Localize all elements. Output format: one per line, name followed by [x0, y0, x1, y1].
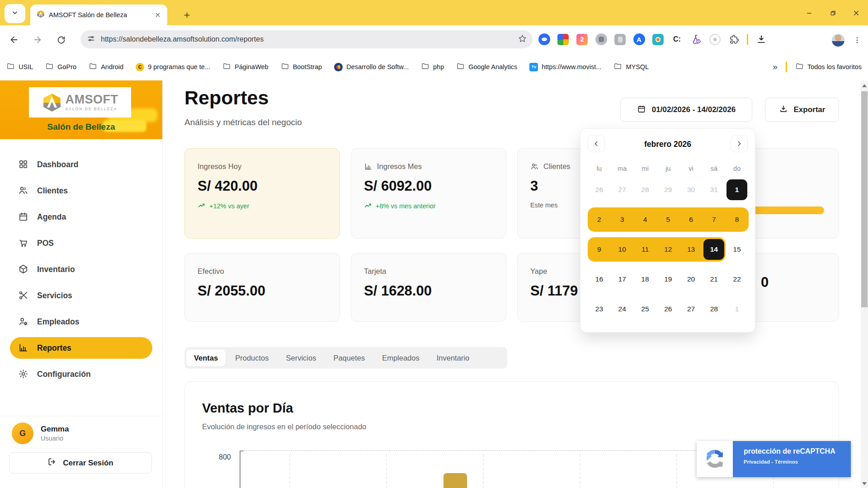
bookmark-item[interactable]: MYSQL: [613, 62, 649, 72]
profile-avatar[interactable]: [830, 32, 846, 48]
orbit-extension-icon[interactable]: [709, 33, 721, 46]
sidebar-item-agenda[interactable]: Agenda: [10, 206, 152, 228]
tab-servicios[interactable]: Servicios: [278, 350, 324, 366]
calendar-day[interactable]: 9: [588, 237, 611, 262]
bookmark-item[interactable]: USIL: [6, 62, 33, 72]
downloads-icon[interactable]: [755, 33, 767, 46]
site-settings-icon[interactable]: [87, 34, 95, 45]
color-grid-extension-icon[interactable]: [557, 33, 569, 46]
calendar-next-button[interactable]: [731, 135, 748, 152]
calendar-day[interactable]: 13: [679, 237, 703, 262]
close-button[interactable]: [846, 6, 866, 20]
calendar-day[interactable]: 14: [703, 237, 726, 262]
session-pause-extension-icon[interactable]: [595, 33, 607, 46]
new-tab-button[interactable]: [179, 7, 194, 23]
back-button[interactable]: [5, 31, 23, 48]
sidebar-item-reportes[interactable]: Reportes: [10, 337, 152, 359]
calendar-day[interactable]: 2: [588, 207, 611, 232]
calendar-day-label: 22: [733, 275, 741, 283]
calendar-day[interactable]: 5: [656, 207, 679, 232]
sidebar-item-servicios[interactable]: Servicios: [10, 285, 152, 306]
calendar-day[interactable]: 10: [611, 237, 634, 262]
calendar-day[interactable]: 30: [679, 178, 703, 202]
calendar-day[interactable]: 28: [634, 178, 657, 202]
calendar-day[interactable]: 27: [679, 297, 703, 321]
calendar-day[interactable]: 18: [634, 267, 657, 291]
forward-button[interactable]: [29, 31, 46, 48]
flask-timer-extension-icon[interactable]: [690, 33, 702, 46]
reload-button[interactable]: [52, 31, 70, 48]
page-scrollbar[interactable]: [861, 80, 868, 488]
calendar-day[interactable]: 27: [611, 178, 634, 202]
eye-blue-extension-icon[interactable]: [538, 33, 550, 46]
sidebar-item-pos[interactable]: POS: [10, 232, 152, 254]
calendar-day[interactable]: 3: [611, 207, 634, 232]
calendar-day[interactable]: 8: [726, 207, 749, 232]
photo-2-extension-icon[interactable]: 2: [576, 33, 588, 46]
calendar-day[interactable]: 6: [679, 207, 703, 232]
calendar-day[interactable]: 23: [588, 297, 611, 321]
browser-tab[interactable]: AMSOFT Salón de Belleza: [30, 5, 167, 25]
calendar-day[interactable]: 25: [634, 297, 657, 321]
sidebar-item-clientes[interactable]: Clientes: [10, 180, 152, 202]
calendar-day[interactable]: 26: [588, 178, 611, 202]
tab-search-button[interactable]: [5, 4, 25, 23]
restore-button[interactable]: [823, 6, 843, 20]
app-a-extension-icon[interactable]: A: [633, 33, 645, 46]
puzzle-extension-icon[interactable]: [728, 33, 740, 46]
bookmark-item[interactable]: C9 programas que te...: [136, 63, 210, 71]
calendar-day[interactable]: 1: [726, 178, 749, 202]
bookmark-star-icon[interactable]: [518, 34, 527, 45]
logout-button[interactable]: Cerrar Sesión: [9, 452, 152, 474]
calendar-day[interactable]: 16: [588, 267, 611, 291]
calendar-day[interactable]: 31: [703, 178, 726, 202]
calendar-day[interactable]: 1: [726, 297, 749, 321]
colorzilla-extension-icon[interactable]: C:: [671, 33, 683, 46]
touch-gray-extension-icon[interactable]: [614, 33, 626, 46]
calendar-day[interactable]: 28: [703, 297, 726, 321]
bookmark-item[interactable]: Google Analytics: [456, 62, 517, 72]
bookmark-item[interactable]: Android: [89, 62, 123, 72]
all-favorites-folder[interactable]: Todos los favoritos: [795, 62, 862, 72]
calendar-day[interactable]: 22: [726, 267, 749, 291]
sidebar-item-empleados[interactable]: Empleados: [10, 311, 152, 333]
tab-productos[interactable]: Productos: [227, 350, 276, 366]
bookmark-item[interactable]: PáginaWeb: [222, 62, 269, 72]
tab-paquetes[interactable]: Paquetes: [326, 350, 373, 366]
scroll-thumb[interactable]: [861, 91, 868, 307]
minimize-button[interactable]: [799, 6, 819, 20]
screen-recorder-extension-icon[interactable]: [652, 33, 664, 46]
calendar-day[interactable]: 21: [703, 267, 726, 291]
tab-close-icon[interactable]: [153, 10, 163, 20]
bookmark-item[interactable]: Tvhttps://www.movist...: [529, 63, 601, 71]
sidebar-item-configuracion[interactable]: Configuración: [10, 363, 152, 385]
calendar-day[interactable]: 7: [703, 207, 726, 232]
calendar-day[interactable]: 29: [656, 178, 679, 202]
calendar-day[interactable]: 17: [611, 267, 634, 291]
export-button[interactable]: Exportar: [765, 98, 839, 122]
tab-empleados[interactable]: Empleados: [374, 350, 427, 366]
menu-kebab-icon[interactable]: [849, 32, 865, 48]
calendar-day[interactable]: 20: [679, 267, 703, 291]
calendar-day[interactable]: 24: [611, 297, 634, 321]
bookmark-item[interactable]: BootStrap: [281, 62, 322, 72]
bookmark-item[interactable]: php: [421, 62, 444, 72]
calendar-day[interactable]: 15: [726, 237, 749, 262]
sidebar-item-dashboard[interactable]: Dashboard: [10, 154, 152, 175]
bookmark-item[interactable]: Desarrollo de Softw...: [334, 63, 409, 71]
bookmarks-overflow-button[interactable]: »: [773, 62, 778, 72]
calendar-day[interactable]: 4: [634, 207, 657, 232]
scroll-up-arrow[interactable]: [862, 84, 867, 87]
tab-ventas[interactable]: Ventas: [186, 350, 226, 366]
calendar-day[interactable]: 12: [656, 237, 679, 262]
bookmark-item[interactable]: GoPro: [45, 62, 76, 72]
date-range-button[interactable]: 01/02/2026 - 14/02/2026: [620, 98, 752, 122]
tab-inventario[interactable]: Inventario: [429, 350, 477, 366]
calendar-day[interactable]: 19: [656, 267, 679, 291]
address-bar[interactable]: https://salondebelleza.amsoftsolution.co…: [80, 30, 533, 48]
calendar-day[interactable]: 11: [634, 237, 657, 262]
scroll-down-arrow[interactable]: [862, 482, 867, 485]
sidebar-item-inventario[interactable]: Inventario: [10, 258, 152, 280]
recaptcha-links[interactable]: Privacidad - Términos: [744, 459, 851, 465]
calendar-day[interactable]: 26: [656, 297, 679, 321]
